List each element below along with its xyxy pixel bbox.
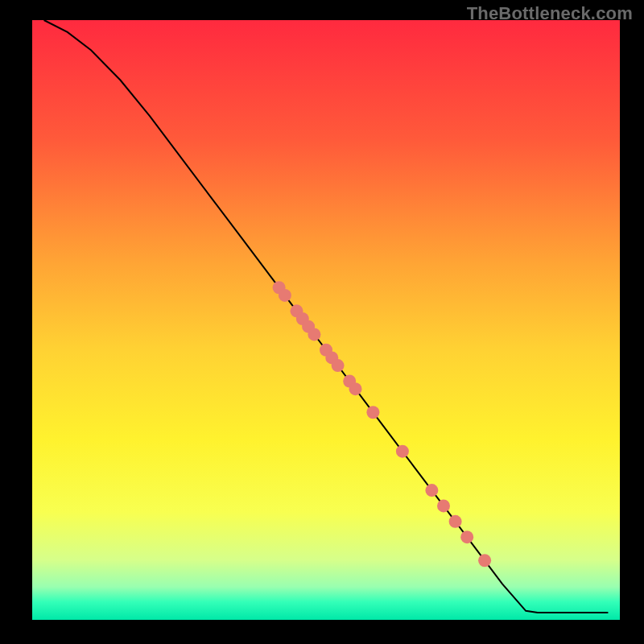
line-chart xyxy=(0,0,644,644)
watermark-text: TheBottleneck.com xyxy=(467,3,633,24)
plot-background xyxy=(32,20,620,620)
chart-frame: TheBottleneck.com xyxy=(0,0,644,644)
data-point xyxy=(308,328,320,341)
data-point xyxy=(460,530,473,543)
data-point xyxy=(478,554,491,567)
data-point xyxy=(396,445,409,458)
data-point xyxy=(449,515,462,528)
data-point xyxy=(437,499,450,512)
data-point xyxy=(366,406,379,419)
data-point xyxy=(425,484,438,497)
data-point xyxy=(279,289,291,302)
data-point xyxy=(332,359,345,372)
data-point xyxy=(349,382,362,395)
